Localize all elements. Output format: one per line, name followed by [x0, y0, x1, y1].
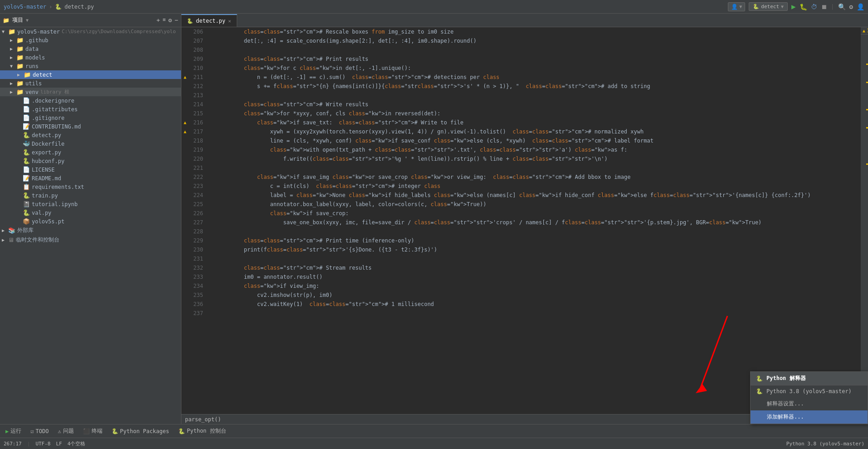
- run-button[interactable]: ▶: [791, 2, 796, 11]
- requirements-label: requirements.txt: [32, 184, 84, 190]
- sidebar-new-file-icon[interactable]: +: [156, 17, 160, 24]
- license-icon: 📄: [23, 166, 30, 173]
- sidebar-item-train[interactable]: ▶ 🐍 train.py: [0, 191, 181, 200]
- sidebar-gear-icon[interactable]: ⚙: [168, 17, 172, 24]
- hubconf-icon: 🐍: [23, 158, 30, 164]
- line-ending-indicator[interactable]: LF: [56, 441, 62, 447]
- coverage-button[interactable]: ⏱: [811, 3, 817, 10]
- yolov5s-label: yolov5s.pt: [32, 218, 64, 225]
- code-line-222: class="kw">if save_img class="kw">or sav…: [218, 173, 861, 182]
- run-panel-button[interactable]: ▶ 运行: [4, 426, 23, 436]
- gitattributes-icon: 📄: [23, 106, 30, 113]
- tab-close-button[interactable]: ✕: [228, 18, 231, 24]
- readme-label: README.md: [32, 175, 61, 182]
- license-label: LICENSE: [32, 167, 55, 173]
- code-line-221: [218, 163, 861, 173]
- venv-folder-icon: 📁: [16, 89, 24, 95]
- menu-item-interpreter-settings[interactable]: 解释器设置...: [751, 397, 868, 410]
- python-version-indicator[interactable]: Python 3.8 (yolov5-master): [786, 441, 864, 447]
- sidebar-item-hubconf[interactable]: ▶ 🐍 hubconf.py: [0, 157, 181, 165]
- sidebar-item-gitignore[interactable]: ▶ 📄 .gitignore: [0, 113, 181, 122]
- menu-header: 🐍 Python 解释器: [751, 372, 868, 385]
- code-line-229: class=class="str">"cm"># Print time (inf…: [218, 236, 861, 245]
- runs-label: runs: [25, 63, 39, 69]
- temp-label: 临时文件和控制台: [16, 236, 59, 244]
- sidebar-item-models[interactable]: ▶ 📁 models: [0, 53, 181, 62]
- todo-button[interactable]: ☑ TODO: [29, 427, 50, 435]
- sidebar-project-label: 项目: [12, 16, 23, 24]
- tab-detect-py[interactable]: 🐍 detect.py ✕: [181, 14, 237, 27]
- breadcrumb-file[interactable]: detect.py: [64, 4, 94, 10]
- warn-marker-211: ▲: [181, 73, 189, 82]
- sidebar-item-readme[interactable]: ▶ 📝 README.md: [0, 174, 181, 183]
- scroll-marker-2: [866, 82, 868, 83]
- code-line-231: [218, 254, 861, 263]
- sidebar-item-license[interactable]: ▶ 📄 LICENSE: [0, 165, 181, 174]
- scroll-track[interactable]: ▲ 17 ▲ 7 × 40 ▼: [861, 27, 868, 414]
- settings-icon-top[interactable]: ⚙: [849, 3, 853, 10]
- code-line-225: annotator.box_label(xyxy, label, color=c…: [218, 200, 861, 209]
- scroll-marker-1: [866, 64, 868, 65]
- user-button[interactable]: 👤 ▼: [728, 2, 745, 11]
- terminal-button[interactable]: ⬛ 终端: [81, 426, 104, 436]
- python-console-button[interactable]: 🐍 Python 控制台: [176, 426, 228, 436]
- menu-item-add-interpreter[interactable]: 添加解释器...: [751, 410, 868, 424]
- code-line-233: im0 = annotator.result(): [218, 272, 861, 281]
- requirements-icon: 📋: [23, 183, 30, 190]
- utils-arrow: ▶: [10, 81, 16, 86]
- run-config[interactable]: 🐍 detect ▼: [749, 2, 788, 11]
- sidebar-item-detect[interactable]: ▶ 📁 detect: [0, 70, 181, 79]
- sidebar-item-data[interactable]: ▶ 📁 data: [0, 44, 181, 53]
- sidebar-item-external[interactable]: ▶ 📚 外部库: [0, 226, 181, 235]
- models-arrow: ▶: [10, 55, 16, 60]
- sidebar-item-github[interactable]: ▶ 📁 .github: [0, 36, 181, 44]
- python-packages-button[interactable]: 🐍 Python Packages: [110, 427, 171, 435]
- temp-icon: 🖥: [8, 237, 14, 243]
- warn-marker-215: ▲: [181, 118, 189, 127]
- gitignore-label: .gitignore: [32, 115, 64, 121]
- sidebar-item-detect-py[interactable]: ▶ 🐍 detect.py: [0, 131, 181, 139]
- line-col-indicator[interactable]: 267:17: [4, 441, 22, 447]
- sidebar-item-dockerignore[interactable]: ▶ 📄 .dockerignore: [0, 96, 181, 105]
- sidebar-item-dockerfile[interactable]: ▶ 🐳 Dockerfile: [0, 139, 181, 148]
- root-label: yolov5-master: [17, 29, 60, 35]
- code-line-219: class="kw">with open(txt_path + class=cl…: [218, 145, 861, 154]
- sidebar-item-contributing[interactable]: ▶ 📝 CONTRIBUTING.md: [0, 122, 181, 131]
- sidebar-item-temp[interactable]: ▶ 🖥 临时文件和控制台: [0, 235, 181, 245]
- code-line-210: class="kw">for c class="kw">in det[:, -1…: [218, 64, 861, 73]
- menu-item-python38[interactable]: 🐍 Python 3.8 (yolov5-master): [751, 385, 868, 397]
- sidebar-dropdown-arrow[interactable]: ▼: [26, 18, 29, 23]
- code-line-217: xywh = (xyxy2xywh(torch.tensor(xyxy).vie…: [218, 127, 861, 136]
- tab-label: detect.py: [196, 18, 225, 24]
- sidebar-expand-icon[interactable]: ≡: [163, 17, 166, 24]
- bottom-toolbar: ▶ 运行 ☑ TODO ⚠ 问题 ⬛ 终端 🐍 Python Packages …: [0, 424, 868, 438]
- sidebar-minimize-icon[interactable]: −: [175, 17, 178, 24]
- debug-button[interactable]: 🐛: [800, 3, 807, 10]
- sidebar-item-utils[interactable]: ▶ 📁 utils: [0, 79, 181, 88]
- problems-button[interactable]: ⚠ 问题: [56, 426, 75, 436]
- profile-icon-top[interactable]: 👤: [857, 3, 864, 10]
- stop-button[interactable]: ⏹: [821, 3, 827, 10]
- code-content[interactable]: class=class="str">"cm"># Rescale boxes f…: [216, 27, 861, 414]
- tree-root[interactable]: ▼ 📁 yolov5-master C:\Users\zgy\Downloads…: [0, 27, 181, 36]
- sidebar-item-tutorial[interactable]: ▶ 📓 tutorial.ipynb: [0, 200, 181, 208]
- code-line-235: cv2.imshow(str(p), im0): [218, 291, 861, 300]
- train-icon: 🐍: [23, 192, 30, 199]
- line-numbers: 2062072082092102112122132142152162172182…: [189, 27, 207, 414]
- encoding-indicator[interactable]: UTF-8: [35, 441, 50, 447]
- sidebar-item-runs[interactable]: ▼ 📁 runs: [0, 62, 181, 70]
- contributing-icon: 📝: [23, 123, 30, 130]
- sidebar-item-requirements[interactable]: ▶ 📋 requirements.txt: [0, 183, 181, 191]
- breadcrumb-project[interactable]: yolov5-master: [4, 4, 46, 10]
- sidebar-item-venv[interactable]: ▶ 📁 venv library 根: [0, 88, 181, 96]
- venv-extra: library 根: [40, 89, 69, 95]
- code-line-220: f.write((class=class="str">"str">'%g ' *…: [218, 154, 861, 163]
- search-icon-top[interactable]: 🔍: [838, 3, 846, 10]
- sidebar-item-yolov5s[interactable]: ▶ 📦 yolov5s.pt: [0, 217, 181, 226]
- sidebar-item-val[interactable]: ▶ 🐍 val.py: [0, 208, 181, 217]
- indent-indicator[interactable]: 4个空格: [68, 440, 86, 447]
- sidebar-item-export[interactable]: ▶ 🐍 export.py: [0, 148, 181, 157]
- sidebar-item-gitattributes[interactable]: ▶ 📄 .gitattributes: [0, 105, 181, 113]
- run-config-arrow: ▼: [781, 4, 784, 9]
- code-line-224: label = class="kw">None class="kw">if hi…: [218, 191, 861, 200]
